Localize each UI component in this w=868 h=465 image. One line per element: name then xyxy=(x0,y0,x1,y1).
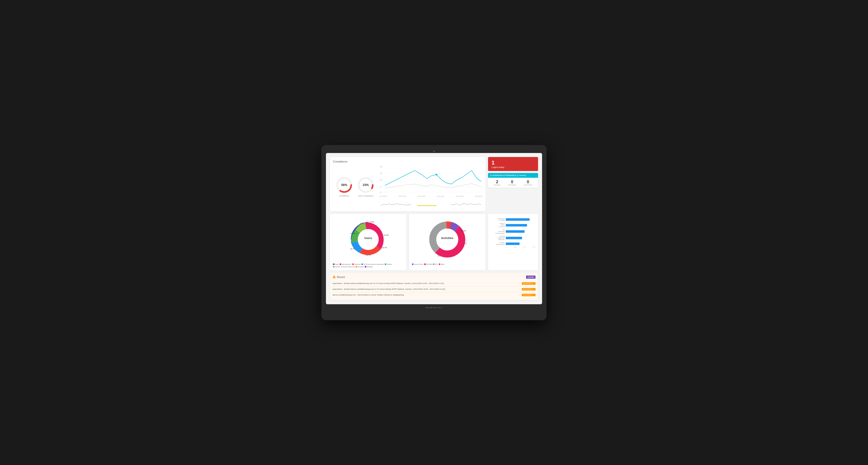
logins-label: Logins today xyxy=(492,166,534,168)
legend-dot-assistant xyxy=(356,266,357,267)
attendance-header: CLASSROOM ATTENDANCE (1 month) xyxy=(488,173,538,178)
legend-dot-scorm xyxy=(424,264,426,265)
legend-hr: HR & Recruitment Coordinator xyxy=(362,264,384,265)
mini-chart-2 xyxy=(414,199,447,208)
svg-text:56%: 56% xyxy=(341,183,347,187)
svg-text:16.7%: 16.7% xyxy=(350,248,355,250)
middle-row: Users 22.2% 16.7% 16.7% 16.7% 11.1% 5.6%… xyxy=(330,214,538,270)
svg-text:22.2%: 22.2% xyxy=(384,234,389,236)
att-attended-number: 0 xyxy=(508,180,516,184)
svg-text:12.0%: 12.0% xyxy=(461,230,466,232)
logins-number: 1 xyxy=(492,160,534,166)
bar-fill-2 xyxy=(506,224,527,227)
compliance-title: Compliance xyxy=(333,160,483,163)
legend-dot-finance xyxy=(385,264,386,265)
att-noshows: 0 NO SHOWS xyxy=(524,180,532,186)
bar-fill-1 xyxy=(506,218,530,221)
bar-row-4: CreatingSMARTERObjectives xyxy=(491,235,535,240)
legend-dot-video xyxy=(439,264,440,265)
bar-row-2: Health &SafetyeLearning xyxy=(491,223,535,228)
bar-x-axis: 0 0.25 0.5 0.75 xyxy=(491,246,535,248)
legend-technical: Technical xyxy=(352,264,361,265)
dashboard: Compliance 56% Compliance xyxy=(326,153,542,304)
svg-text:48.0%: 48.0% xyxy=(462,242,467,244)
legend-dot-face xyxy=(412,264,413,265)
laptop-base: MacBook Air xyxy=(326,305,542,310)
activities-donut-svg: Activities 12.0% 48.0% 36.0% xyxy=(422,217,472,262)
svg-text:16.7%: 16.7% xyxy=(366,254,371,256)
legend-dot-manager xyxy=(365,266,366,267)
activities-card: Activities 12.0% 48.0% 36.0% Face-To-Fac… xyxy=(409,214,486,270)
svg-text:5: 5 xyxy=(380,186,381,188)
att-noshows-number: 0 xyxy=(524,180,532,184)
bar-row-1: Introductionto GDPR xyxy=(491,218,535,221)
recent-item-2: superadmin - Booked darren.scott@trainea… xyxy=(333,287,535,292)
top-row: Compliance 56% Compliance xyxy=(330,157,538,211)
gauge-core-compliance: 33% Core Compliance xyxy=(357,176,374,197)
stats-card: 1 Logins today CLASSROOM ATTENDANCE (1 m… xyxy=(488,157,538,211)
bar-row-3: FirePreventionand Evacuation xyxy=(491,229,535,234)
line-chart-main: 20 15 10 5 0 xyxy=(379,165,483,195)
legend-finance: Finance xyxy=(385,264,392,265)
gauge-compliance: 56% Compliance xyxy=(336,176,353,197)
svg-text:10: 10 xyxy=(380,179,382,181)
fire-icon: 🔥 xyxy=(333,275,336,279)
svg-point-18 xyxy=(358,229,379,250)
line-chart-svg: 20 15 10 5 0 xyxy=(379,165,483,195)
legend-dot-director xyxy=(333,266,335,267)
legend-dot-technical xyxy=(352,264,354,265)
camera-dot xyxy=(433,151,435,152)
legend-manager: Manager xyxy=(365,266,373,267)
recent-item-1: superadmin - Booked adrian.bott@traineas… xyxy=(333,281,535,287)
bar-row-5: DisabilityDiscrimination xyxy=(491,242,535,245)
svg-text:0: 0 xyxy=(380,191,381,194)
att-attended: 0 ATTENDED xyxy=(508,180,516,186)
laptop-screen: Compliance 56% Compliance xyxy=(326,153,542,304)
gauge-svg-2: 33% xyxy=(357,176,374,194)
bar-fill-3 xyxy=(506,230,525,233)
compliance-gauges: 56% Compliance 33% xyxy=(333,165,377,208)
bar-fill-5 xyxy=(506,242,520,245)
recent-date-3: 08/12/2020 10:... xyxy=(522,294,535,296)
legend-dot-sales xyxy=(333,264,335,265)
att-attended-label: ATTENDED xyxy=(508,184,516,186)
legend-sales: Sales xyxy=(333,264,339,265)
legend-rpl: RPL xyxy=(433,264,438,265)
legend-dot-rpl xyxy=(433,264,434,265)
svg-text:36.0%: 36.0% xyxy=(437,255,442,257)
recent-date-2: 08/12/2020 12:... xyxy=(522,288,535,291)
gauge-svg-1: 56% xyxy=(336,176,353,194)
users-donut-container: Users 22.2% 16.7% 16.7% 16.7% 11.1% 5.6%… xyxy=(333,217,403,262)
attendance-card: CLASSROOM ATTENDANCE (1 month) 2 BOOKED … xyxy=(488,173,538,188)
svg-text:5.6%: 5.6% xyxy=(360,223,364,224)
mini-chart-3 xyxy=(450,199,483,208)
activity-button[interactable]: Activity xyxy=(526,275,535,279)
att-booked-number: 2 xyxy=(494,180,500,184)
att-noshows-label: NO SHOWS xyxy=(524,184,532,186)
mini-charts xyxy=(379,199,483,208)
svg-text:20: 20 xyxy=(380,165,382,167)
users-card: Users 22.2% 16.7% 16.7% 16.7% 11.1% 5.6%… xyxy=(330,214,406,270)
att-booked-label: BOOKED xyxy=(494,184,500,186)
legend-dot-hr xyxy=(362,264,363,265)
svg-text:33%: 33% xyxy=(363,183,369,187)
macbook-label: MacBook Air xyxy=(426,306,442,309)
recent-item-3: darren.scott@traineasy.com - Self-enroll… xyxy=(333,292,535,298)
legend-video: Video xyxy=(439,264,444,265)
svg-text:16.7%: 16.7% xyxy=(382,247,387,248)
bar-chart-card: Introductionto GDPR Health &SafetyeLearn… xyxy=(488,214,538,270)
laptop-frame: Compliance 56% Compliance xyxy=(321,145,547,320)
users-legend: Sales Administration Technical HR & xyxy=(333,264,403,267)
compliance-card: Compliance 56% Compliance xyxy=(330,157,486,211)
svg-text:Activities: Activities xyxy=(441,236,454,239)
gauge-compliance-label: Compliance xyxy=(339,195,349,197)
attendance-stats: 2 BOOKED 0 ATTENDED 0 NO SHOWS xyxy=(488,178,538,188)
recent-card: 🔥 Recent Activity superadmin - Booked ad… xyxy=(330,273,538,300)
mini-chart-1 xyxy=(379,199,412,208)
svg-text:11.1%: 11.1% xyxy=(350,232,355,234)
legend-assistant: Assistant xyxy=(356,266,364,267)
svg-text:15: 15 xyxy=(380,172,382,174)
recent-date-1: 08/12/2020 12:... xyxy=(522,282,535,285)
recent-title: 🔥 Recent xyxy=(333,275,345,279)
legend-scorm: SCORM xyxy=(424,264,432,265)
